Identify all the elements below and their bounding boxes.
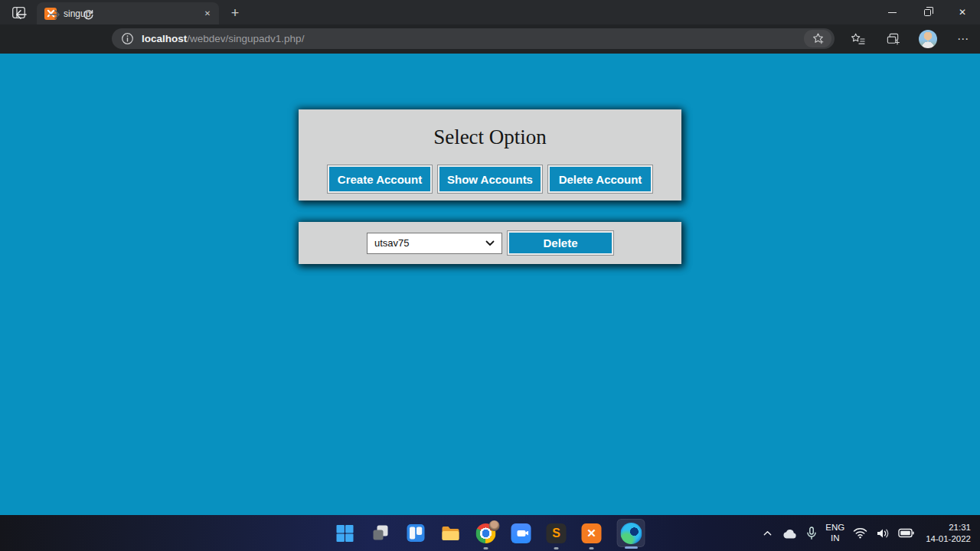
browser-tab-strip: singup ✕ + ✕ xyxy=(0,0,980,24)
add-favorite-button[interactable] xyxy=(804,30,831,47)
zoom-app-button[interactable] xyxy=(511,523,531,543)
language-line1: ENG xyxy=(825,523,844,533)
show-accounts-button[interactable]: Show Accounts xyxy=(438,165,542,193)
delete-button[interactable]: Delete xyxy=(508,231,613,255)
collections-button[interactable] xyxy=(884,30,902,48)
create-account-button[interactable]: Create Account xyxy=(328,165,432,193)
delete-panel: utsav75 Delete xyxy=(299,222,681,264)
microphone-tray-button[interactable] xyxy=(806,527,817,540)
restore-icon xyxy=(924,9,931,16)
chevron-up-icon xyxy=(762,528,773,538)
window-minimize-button[interactable] xyxy=(874,0,910,24)
tab-close-button[interactable]: ✕ xyxy=(201,7,214,21)
sublime-text-icon: S xyxy=(547,523,567,543)
battery-icon xyxy=(898,528,914,538)
taskbar: S ✕ ENG IN 21:31 xyxy=(0,515,980,551)
refresh-button[interactable] xyxy=(77,4,99,25)
windows-start-icon xyxy=(336,524,354,543)
task-view-button[interactable] xyxy=(371,523,390,543)
panel-title: Select Option xyxy=(299,126,681,149)
microphone-icon xyxy=(806,527,817,540)
onedrive-tray-button[interactable] xyxy=(782,527,798,540)
widgets-icon xyxy=(406,523,425,543)
task-view-icon xyxy=(371,523,390,543)
xampp-button[interactable]: ✕ xyxy=(582,523,602,543)
battery-tray-button[interactable] xyxy=(898,528,914,538)
url-path: /webdev/singupadv1.php/ xyxy=(187,33,304,44)
edge-button-active[interactable] xyxy=(617,519,645,547)
zoom-camera-icon xyxy=(511,523,531,543)
select-option-panel: Select Option Create Account Show Accoun… xyxy=(299,109,681,201)
back-button[interactable] xyxy=(10,4,31,25)
settings-more-button[interactable]: ⋯ xyxy=(954,30,972,48)
taskbar-center-icons: S ✕ xyxy=(335,515,645,551)
system-tray: ENG IN 21:31 14-01-2022 xyxy=(762,515,980,551)
favorites-button[interactable] xyxy=(848,30,867,48)
onedrive-cloud-icon xyxy=(782,527,798,540)
window-restore-button[interactable] xyxy=(910,0,945,24)
clock[interactable]: 21:31 14-01-2022 xyxy=(926,522,971,544)
new-tab-button[interactable]: + xyxy=(225,5,245,21)
chrome-profile-bubble xyxy=(489,520,500,531)
url-host: localhost xyxy=(142,33,187,44)
window-close-button[interactable]: ✕ xyxy=(945,0,980,24)
address-bar[interactable]: localhost/webdev/singupadv1.php/ xyxy=(112,28,835,49)
web-page: Select Option Create Account Show Accoun… xyxy=(0,54,980,515)
volume-tray-button[interactable] xyxy=(876,527,890,540)
forward-button[interactable] xyxy=(44,4,65,25)
window-controls: ✕ xyxy=(874,0,980,24)
selected-account-value: utsav75 xyxy=(374,237,410,249)
back-arrow-icon xyxy=(15,8,28,21)
start-button[interactable] xyxy=(335,523,355,543)
profile-avatar[interactable] xyxy=(919,30,937,48)
language-line2: IN xyxy=(825,533,844,544)
xampp-icon: ✕ xyxy=(582,523,602,543)
url-text: localhost/webdev/singupadv1.php/ xyxy=(142,33,304,44)
hidden-icons-button[interactable] xyxy=(762,528,773,538)
language-indicator[interactable]: ENG IN xyxy=(825,523,844,543)
collections-icon xyxy=(886,32,900,46)
chevron-down-icon xyxy=(485,240,495,246)
speaker-icon xyxy=(876,527,890,540)
delete-account-button[interactable]: Delete Account xyxy=(548,165,652,193)
option-buttons-row: Create Account Show Accounts Delete Acco… xyxy=(299,165,681,193)
refresh-icon xyxy=(82,8,94,21)
clock-time: 21:31 xyxy=(926,522,971,533)
toolbar-right-actions: ⋯ xyxy=(848,28,972,49)
chrome-icon xyxy=(476,523,496,543)
account-select[interactable]: utsav75 xyxy=(367,233,502,254)
sublime-text-button[interactable]: S xyxy=(547,523,567,543)
wifi-icon xyxy=(853,527,867,539)
file-explorer-button[interactable] xyxy=(441,523,461,543)
favorites-star-icon xyxy=(851,32,865,46)
file-explorer-icon xyxy=(441,524,461,543)
edge-icon xyxy=(620,523,642,544)
site-info-icon[interactable] xyxy=(121,32,134,45)
forward-arrow-icon xyxy=(48,8,61,21)
wifi-tray-button[interactable] xyxy=(853,527,867,539)
chrome-button[interactable] xyxy=(476,523,496,543)
minimize-icon xyxy=(888,12,897,13)
clock-date: 14-01-2022 xyxy=(926,533,971,545)
widgets-button[interactable] xyxy=(406,523,426,543)
star-plus-icon xyxy=(812,32,825,45)
